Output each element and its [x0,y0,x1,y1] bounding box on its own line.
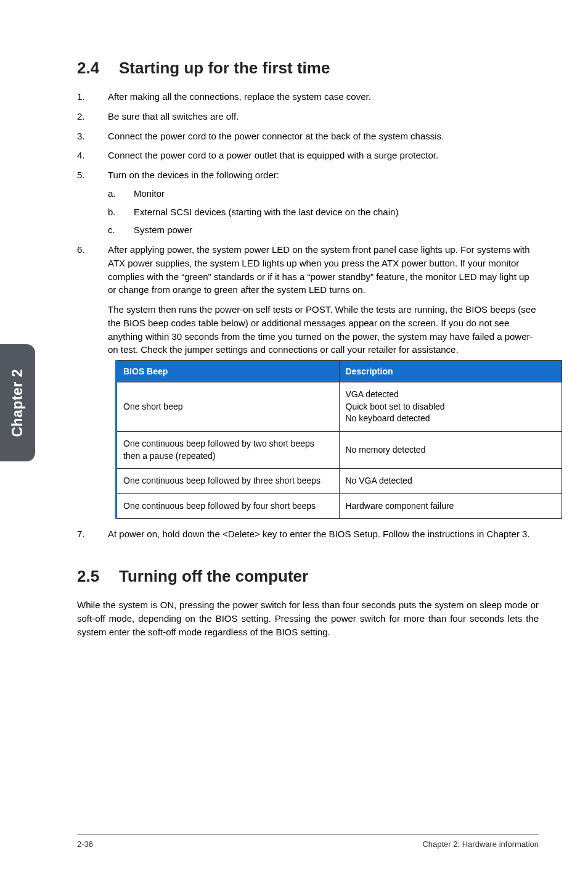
page-number: 2-36 [77,840,93,849]
section-2-4-title: Starting up for the first time [119,59,330,77]
table-header-bios-beep: BIOS Beep [116,361,340,382]
chapter-tab: Chapter 2 [0,344,35,461]
table-cell: One continuous beep followed by two shor… [116,432,340,469]
chapter-tab-label: Chapter 2 [9,369,26,437]
step-5: Turn on the devices in the following ord… [77,168,539,237]
sub-steps-list: Monitor External SCSI devices (starting … [108,187,539,237]
page-footer: 2-36 Chapter 2: Hardware information [77,834,539,849]
step-6: After applying power, the system power L… [77,243,539,519]
section-2-4-heading: 2.4Starting up for the first time [77,59,539,78]
section-2-4-number: 2.4 [77,59,119,78]
table-cell: One continuous beep followed by four sho… [116,493,340,519]
step-5-text: Turn on the devices in the following ord… [108,170,279,180]
section-2-5-title: Turning off the computer [119,567,308,585]
step-7: At power on, hold down the <Delete> key … [77,527,539,541]
table-cell: VGA detected Quick boot set to disabled … [339,382,562,432]
table-row: One short beep VGA detected Quick boot s… [116,382,562,432]
chapter-reference: Chapter 2: Hardware information [422,840,539,849]
table-cell: Hardware component failure [339,493,562,519]
section-2-5-heading: 2.5Turning off the computer [77,567,539,586]
table-cell: One continuous beep followed by three sh… [116,469,340,494]
steps-list: After making all the connections, replac… [77,90,539,541]
bios-beep-table: BIOS Beep Description One short beep VGA… [115,360,562,519]
section-2-5-body: While the system is ON, pressing the pow… [77,598,539,638]
sub-step-a: Monitor [108,187,539,200]
step-2: Be sure that all switches are off. [77,110,539,123]
step-3: Connect the power cord to the power conn… [77,130,539,143]
section-2-5-number: 2.5 [77,567,119,586]
table-row: One continuous beep followed by four sho… [116,493,562,519]
step-6-p1: After applying power, the system power L… [108,244,529,295]
step-6-p2: The system then runs the power-on self t… [108,303,539,357]
table-cell: One short beep [116,382,340,432]
table-cell: No memory detected [339,432,562,469]
step-4: Connect the power cord to a power outlet… [77,149,539,162]
step-1: After making all the connections, replac… [77,90,539,104]
sub-step-c: System power [108,223,539,237]
sub-step-b: External SCSI devices (starting with the… [108,205,539,219]
table-header-description: Description [339,361,562,382]
table-row: One continuous beep followed by three sh… [116,469,562,494]
table-cell: No VGA detected [339,469,562,494]
table-row: One continuous beep followed by two shor… [116,432,562,469]
